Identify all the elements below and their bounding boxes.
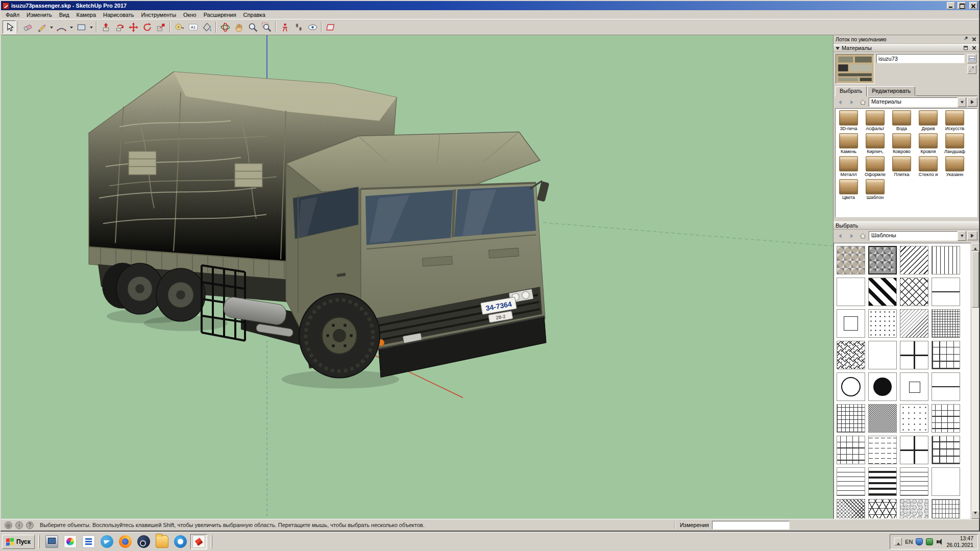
pattern-swatch[interactable] xyxy=(868,372,897,401)
material-category[interactable]: Искусств xyxy=(943,110,967,131)
maximize-button[interactable] xyxy=(958,2,966,9)
3d-scene[interactable]: 34-7364 2B-2 xyxy=(1,35,833,519)
material-category[interactable]: Оформле xyxy=(863,156,887,177)
minimize-button[interactable] xyxy=(947,2,955,9)
pattern-swatch[interactable] xyxy=(868,278,897,306)
pattern-swatch[interactable] xyxy=(837,467,865,496)
pattern-swatch[interactable] xyxy=(900,499,928,519)
pattern-swatch[interactable] xyxy=(900,341,928,369)
info-icon[interactable]: i xyxy=(15,521,23,529)
pattern-swatch[interactable] xyxy=(837,499,865,519)
line-dropdown-icon[interactable] xyxy=(48,20,54,34)
pattern-swatch[interactable] xyxy=(900,372,928,401)
paint-bucket-tool-button[interactable] xyxy=(200,20,213,34)
pattern-swatch[interactable] xyxy=(868,246,897,274)
pattern-swatch[interactable] xyxy=(932,436,960,464)
arc-dropdown-icon[interactable] xyxy=(68,20,74,34)
material-category[interactable]: Дерев xyxy=(916,110,940,131)
model-viewport[interactable]: 34-7364 2B-2 xyxy=(1,35,833,519)
zoom-tool-button[interactable] xyxy=(246,20,259,34)
menubar-item[interactable]: Нарисовать xyxy=(100,11,137,18)
menubar-item[interactable]: Справка xyxy=(240,11,269,18)
start-button[interactable]: Пуск xyxy=(2,535,35,549)
arc-tool-button[interactable] xyxy=(55,20,68,34)
hidden-icons-icon[interactable] xyxy=(894,538,902,545)
scale-tool-button[interactable] xyxy=(154,20,167,34)
shapes-tool-button[interactable] xyxy=(75,20,88,34)
materials-collection-combo[interactable]: Материалы xyxy=(869,97,966,107)
taskbar-handle[interactable] xyxy=(38,535,40,548)
menubar-item[interactable]: Вид xyxy=(56,11,73,18)
materials-section-header[interactable]: Материалы xyxy=(834,44,979,52)
menubar-item[interactable]: Файл xyxy=(2,11,23,18)
zoom-window-tool-button[interactable] xyxy=(260,20,273,34)
back-icon[interactable] xyxy=(835,97,845,107)
menubar-item[interactable]: Инструменты xyxy=(137,11,180,18)
messenger-taskbar-button[interactable] xyxy=(172,534,189,549)
home-icon[interactable] xyxy=(857,231,868,240)
pattern-swatch[interactable] xyxy=(868,309,897,338)
material-category[interactable]: Камень xyxy=(837,133,861,154)
material-category[interactable]: Ландшаф xyxy=(943,133,967,154)
language-indicator[interactable]: EN xyxy=(905,539,913,545)
forward-icon[interactable] xyxy=(846,97,856,107)
material-category[interactable]: Цвета xyxy=(837,179,861,200)
firefox-taskbar-button[interactable] xyxy=(117,534,134,549)
material-category[interactable]: Вода xyxy=(890,110,914,131)
pattern-swatch[interactable] xyxy=(868,404,897,433)
geolocation-icon[interactable]: ◎ xyxy=(5,521,12,529)
pattern-swatch[interactable] xyxy=(900,246,928,274)
pattern-swatch[interactable] xyxy=(837,404,865,433)
pan-tool-button[interactable] xyxy=(232,20,246,34)
scroll-down-icon[interactable] xyxy=(971,511,979,519)
pattern-swatch[interactable] xyxy=(932,341,960,369)
material-category[interactable]: Указанн xyxy=(943,156,967,177)
material-name-input[interactable] xyxy=(876,54,965,63)
measurements-input[interactable] xyxy=(712,521,790,530)
material-category[interactable]: Плитка xyxy=(890,156,914,177)
pattern-swatch[interactable] xyxy=(932,372,960,401)
rotate-tool-button[interactable] xyxy=(140,20,154,34)
scroll-up-icon[interactable] xyxy=(971,243,979,251)
text-tool-button[interactable] xyxy=(186,20,200,34)
pattern-swatch[interactable] xyxy=(932,246,960,274)
update-tray-icon[interactable] xyxy=(916,538,923,545)
pattern-scrollbar[interactable] xyxy=(971,243,979,519)
shapes-dropdown-icon[interactable] xyxy=(88,20,94,34)
material-category[interactable]: Металл xyxy=(837,156,861,177)
details-arrow-icon[interactable] xyxy=(967,231,977,240)
graphics-taskbar-button[interactable] xyxy=(62,534,79,549)
secondary-pane-icon[interactable] xyxy=(967,54,976,63)
details-arrow-icon[interactable] xyxy=(967,97,977,107)
pattern-swatch[interactable] xyxy=(900,278,928,306)
pattern-swatch[interactable] xyxy=(837,246,865,274)
position-camera-tool-button[interactable] xyxy=(278,20,291,34)
pattern-swatch[interactable] xyxy=(932,309,960,338)
materials-tab[interactable]: Редактировать xyxy=(867,86,915,96)
materials-tab[interactable]: Выбрать xyxy=(835,86,867,96)
chevron-down-icon[interactable] xyxy=(958,231,966,241)
menubar-item[interactable]: Камера xyxy=(73,11,100,18)
pattern-swatch[interactable] xyxy=(837,278,865,306)
pattern-swatch[interactable] xyxy=(868,341,897,369)
pin-icon[interactable] xyxy=(963,36,969,43)
network-tray-icon[interactable] xyxy=(926,538,933,545)
select-tool-button[interactable] xyxy=(3,20,16,34)
editor-taskbar-button[interactable] xyxy=(80,534,97,549)
menubar-item[interactable]: Окно xyxy=(180,11,200,18)
scrollbar-thumb[interactable] xyxy=(972,252,979,308)
clock[interactable]: 13:47 26.01.2021 xyxy=(946,535,973,548)
material-category[interactable]: Асфальт xyxy=(863,110,887,131)
menubar-item[interactable]: Расширения xyxy=(200,11,240,18)
pattern-swatch[interactable] xyxy=(932,499,960,519)
pattern-swatch[interactable] xyxy=(932,278,960,306)
pattern-swatch[interactable] xyxy=(900,467,928,496)
folder-taskbar-button[interactable] xyxy=(154,534,170,549)
orbit-tool-button[interactable] xyxy=(218,20,232,34)
section-plane-tool-button[interactable] xyxy=(324,20,337,34)
eraser-tool-button[interactable] xyxy=(21,20,34,34)
pattern-swatch[interactable] xyxy=(900,436,928,464)
material-category[interactable]: Коврово xyxy=(890,133,914,154)
pattern-swatch[interactable] xyxy=(868,499,897,519)
patterns-section-header[interactable]: Выбрать xyxy=(834,221,979,230)
